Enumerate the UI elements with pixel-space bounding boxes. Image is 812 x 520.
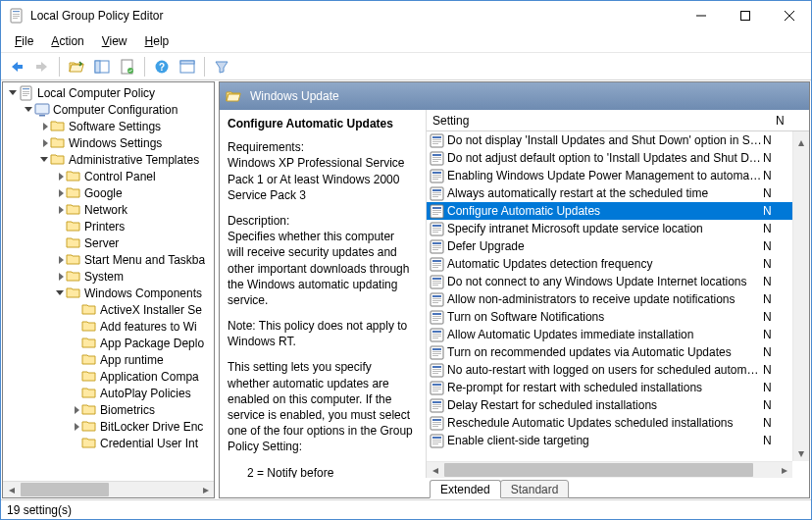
tab-extended[interactable]: Extended [430,480,501,498]
setting-row[interactable]: Allow Automatic Updates immediate instal… [427,326,792,343]
setting-icon [429,221,444,236]
tree-item[interactable]: Server [3,234,214,251]
setting-row[interactable]: Delay Restart for scheduled installation… [427,396,792,414]
description-pane: Configure Automatic Updates Requirements… [220,110,422,478]
setting-state: N [763,169,790,182]
menu-action[interactable]: Action [43,32,91,50]
collapse-icon[interactable] [54,288,66,297]
setting-icon [429,256,444,272]
tree-item[interactable]: Add features to Wi [3,318,214,335]
folder-icon [81,369,97,385]
folder-icon [66,219,81,234]
list-horizontal-scrollbar[interactable]: ◂▸ [427,461,792,478]
tab-standard[interactable]: Standard [500,480,570,498]
setting-label: Turn on recommended updates via Automati… [447,345,763,359]
collapse-icon[interactable] [38,155,50,164]
setting-row[interactable]: Do not connect to any Windows Update Int… [427,273,792,290]
minimize-button[interactable] [679,2,723,30]
column-state[interactable]: N [776,114,803,128]
expand-icon[interactable] [54,172,66,182]
tree-horizontal-scrollbar[interactable]: ◂ ▸ [3,481,214,497]
setting-row[interactable]: Enable client-side targetingN [427,432,792,449]
expand-icon[interactable] [70,405,81,415]
menu-help[interactable]: Help [137,32,178,50]
setting-label: No auto-restart with logged on users for… [447,363,763,377]
tree-item[interactable]: App Package Deplo [3,335,214,351]
setting-row[interactable]: Enabling Windows Update Power Management… [427,167,792,184]
tree-item[interactable]: Computer Configuration [3,101,214,118]
tree-item[interactable]: Biometrics [3,401,214,418]
expand-icon[interactable] [54,188,66,198]
setting-icon [429,274,444,289]
tree-item[interactable]: AutoPlay Policies [3,385,214,401]
expand-icon[interactable] [38,138,50,148]
back-button[interactable] [5,55,28,78]
expand-icon[interactable] [70,422,81,432]
tree-item-label: Add features to Wi [100,320,197,334]
folder-icon [66,235,81,251]
tree-item[interactable]: Windows Settings [3,134,214,151]
setting-row[interactable]: Specify intranet Microsoft update servic… [427,220,792,237]
setting-row[interactable]: Always automatically restart at the sche… [427,184,792,202]
folder-icon [66,286,81,301]
collapse-icon[interactable] [7,88,19,97]
setting-icon [429,309,444,325]
expand-icon[interactable] [54,205,66,215]
tree-item[interactable]: Software Settings [3,118,214,134]
folder-icon [226,88,241,104]
setting-row[interactable]: No auto-restart with logged on users for… [427,361,792,379]
maximize-button[interactable] [723,2,767,30]
toolbar: ? [1,53,811,80]
tree-item[interactable]: Local Computer Policy [3,84,214,101]
expand-icon[interactable] [54,272,66,282]
up-button[interactable] [65,55,88,78]
setting-row[interactable]: Turn on Software NotificationsN [427,308,792,326]
setting-row[interactable]: Turn on recommended updates via Automati… [427,343,792,361]
tree-item[interactable]: ActiveX Installer Se [3,301,214,318]
close-button[interactable] [767,2,811,30]
tree-item[interactable]: Start Menu and Taskba [3,251,214,268]
options-button[interactable] [176,55,199,78]
setting-row[interactable]: Defer UpgradeN [427,237,792,255]
setting-label: Do not adjust default option to 'Install… [447,151,763,165]
setting-icon [429,344,444,360]
computer-icon [34,102,50,118]
setting-row[interactable]: Do not adjust default option to 'Install… [427,149,792,167]
folder-icon [66,185,81,201]
setting-icon [429,380,444,395]
column-setting[interactable]: Setting [432,114,776,128]
menu-file[interactable]: File [7,32,41,50]
help-button[interactable]: ? [150,55,174,78]
setting-row[interactable]: Reschedule Automatic Updates scheduled i… [427,414,792,432]
tree-item[interactable]: System [3,268,214,285]
setting-row[interactable]: Configure Automatic UpdatesN [427,202,792,220]
tree-item[interactable]: Credential User Int [3,435,214,451]
tree-item[interactable]: Administrative Templates [3,151,214,168]
settings-list-pane: Setting N Do not display 'Install Update… [426,110,809,478]
setting-row[interactable]: Automatic Updates detection frequencyN [427,255,792,273]
collapse-icon[interactable] [23,105,34,114]
expand-icon[interactable] [38,122,50,131]
setting-row[interactable]: Do not display 'Install Updates and Shut… [427,131,792,149]
properties-button[interactable] [116,55,139,78]
filter-button[interactable] [210,55,233,78]
list-header[interactable]: Setting N [427,110,809,131]
tree-item[interactable]: App runtime [3,351,214,368]
tree-item[interactable]: Windows Components [3,285,214,301]
setting-icon [429,238,444,254]
show-hide-tree-button[interactable] [90,55,114,78]
list-vertical-scrollbar[interactable]: ▴▾ [792,131,809,461]
policy-icon [19,85,34,101]
setting-label: Defer Upgrade [447,239,763,253]
setting-state: N [763,257,790,271]
setting-row[interactable]: Allow non-administrators to receive upda… [427,290,792,308]
expand-icon[interactable] [54,255,66,265]
tree-item[interactable]: Network [3,201,214,218]
menu-view[interactable]: View [94,32,135,50]
tree-item[interactable]: Control Panel [3,168,214,184]
setting-row[interactable]: Re-prompt for restart with scheduled ins… [427,379,792,396]
tree-item[interactable]: Printers [3,218,214,234]
tree-item[interactable]: BitLocker Drive Enc [3,418,214,435]
tree-item[interactable]: Google [3,184,214,201]
tree-item[interactable]: Application Compa [3,368,214,385]
